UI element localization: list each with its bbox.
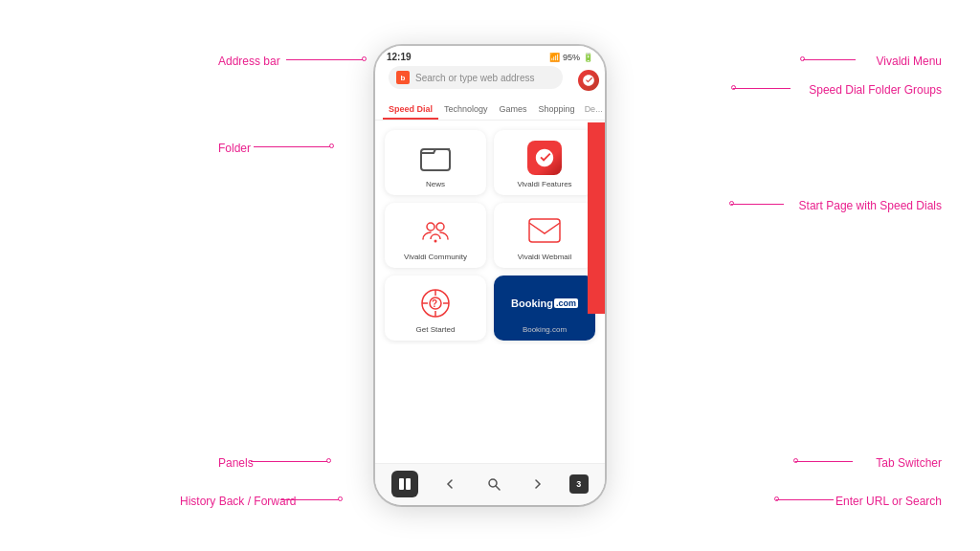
ann-dot-folder (329, 143, 334, 148)
ann-dot-history (338, 496, 343, 501)
svg-point-1 (427, 223, 434, 231)
status-time: 12:19 (387, 52, 412, 62)
annotation-panels: Panels (218, 456, 254, 470)
booking-logo-text: Booking (511, 298, 553, 309)
annotation-folder: Folder (218, 142, 251, 155)
annotation-enter-url: Enter URL or Search (835, 495, 942, 508)
search-icon (487, 477, 501, 491)
booking-icon: Booking .com (527, 286, 562, 320)
address-bar[interactable]: b Search or type web address (389, 66, 563, 89)
history-forward-button[interactable] (524, 471, 551, 497)
vivaldi-v-icon (582, 74, 595, 87)
history-back-button[interactable] (436, 471, 463, 497)
svg-rect-13 (406, 478, 411, 490)
address-bar-text: Search or type web address (415, 73, 555, 83)
community-icon (418, 213, 453, 248)
tab-shopping[interactable]: Shopping (533, 100, 581, 120)
ann-line-panels (251, 461, 327, 462)
tab-technology[interactable]: Technology (438, 100, 494, 120)
bottom-nav: 3 (375, 463, 605, 505)
phone-mockup: 12:19 📶 95% 🔋 b Search or type web addre… (375, 46, 605, 505)
get-started-icon: ? (418, 286, 453, 320)
annotation-history: History Back / Forward (180, 495, 296, 508)
panels-button[interactable] (391, 471, 418, 497)
webmail-icon (527, 213, 562, 248)
speed-dial-webmail[interactable]: Vivaldi Webmail (494, 203, 595, 268)
ann-dot-startpage (729, 201, 734, 206)
speed-dial-news-label: News (426, 180, 445, 188)
battery-text: 95% (563, 53, 580, 62)
panels-icon (398, 477, 412, 491)
ann-dot-tabswitcher (793, 458, 798, 463)
svg-line-15 (496, 486, 500, 490)
ann-line-startpage (731, 204, 784, 205)
annotation-vivaldi-menu: Vivaldi Menu (877, 55, 942, 68)
speed-dial-vivaldi-features[interactable]: Vivaldi Features (494, 130, 595, 195)
ann-line-enterurl (776, 499, 834, 500)
tab-speed-dial[interactable]: Speed Dial (383, 100, 438, 120)
ann-line-folder (254, 146, 330, 147)
folder-icon (418, 141, 453, 175)
battery-icon: 🔋 (583, 53, 593, 62)
ann-dot-enterurl (774, 496, 779, 501)
speed-dial-news[interactable]: News (385, 130, 486, 195)
booking-label: Booking.com (523, 325, 567, 334)
svg-text:?: ? (432, 298, 437, 309)
annotation-address-bar: Address bar (218, 55, 280, 68)
svg-point-2 (436, 223, 444, 231)
vivaldi-menu-button[interactable] (578, 70, 599, 91)
ann-line-groups (733, 88, 791, 89)
brave-icon: b (396, 71, 410, 84)
tab-switcher-button[interactable]: 3 (569, 474, 589, 494)
svg-point-3 (434, 239, 437, 242)
ann-dot-groups (731, 85, 736, 90)
red-side-accent (588, 122, 605, 314)
community-label: Vivaldi Community (404, 253, 467, 261)
forward-icon (531, 477, 545, 491)
back-icon (443, 477, 457, 491)
ann-line-vivaldi (803, 59, 856, 60)
tab-more[interactable]: De... (581, 100, 605, 120)
ann-line-tabswitcher (795, 461, 853, 462)
ann-dot-panels (326, 458, 331, 463)
get-started-label: Get Started (416, 325, 456, 334)
ann-dot-vivaldi (800, 56, 805, 61)
annotation-tab-switcher: Tab Switcher (876, 456, 942, 470)
speed-dial-grid: News Vivaldi Features (375, 126, 605, 344)
webmail-label: Vivaldi Webmail (518, 253, 572, 261)
status-icons: 📶 95% 🔋 (549, 53, 593, 62)
speed-dial-booking[interactable]: Booking .com Booking.com (494, 276, 595, 341)
phone-frame: 12:19 📶 95% 🔋 b Search or type web addre… (375, 46, 605, 505)
annotation-start-page: Start Page with Speed Dials (799, 199, 942, 212)
search-button[interactable] (480, 471, 507, 497)
svg-rect-12 (399, 478, 404, 490)
signal-icon: 📶 (549, 53, 560, 62)
speed-dial-tabs: Speed Dial Technology Games Shopping De.… (375, 100, 605, 121)
vivaldi-features-icon (527, 141, 562, 175)
ann-dot-address (362, 56, 367, 61)
status-bar: 12:19 📶 95% 🔋 (375, 46, 605, 66)
vivaldi-features-label: Vivaldi Features (517, 180, 571, 188)
svg-rect-4 (529, 219, 560, 242)
ann-line-address (286, 59, 363, 60)
annotation-speed-dial-groups: Speed Dial Folder Groups (809, 83, 942, 97)
ann-line-history (281, 499, 339, 500)
speed-dial-community[interactable]: Vivaldi Community (385, 203, 486, 268)
tab-games[interactable]: Games (494, 100, 533, 120)
speed-dial-get-started[interactable]: ? Get Started (385, 276, 486, 341)
